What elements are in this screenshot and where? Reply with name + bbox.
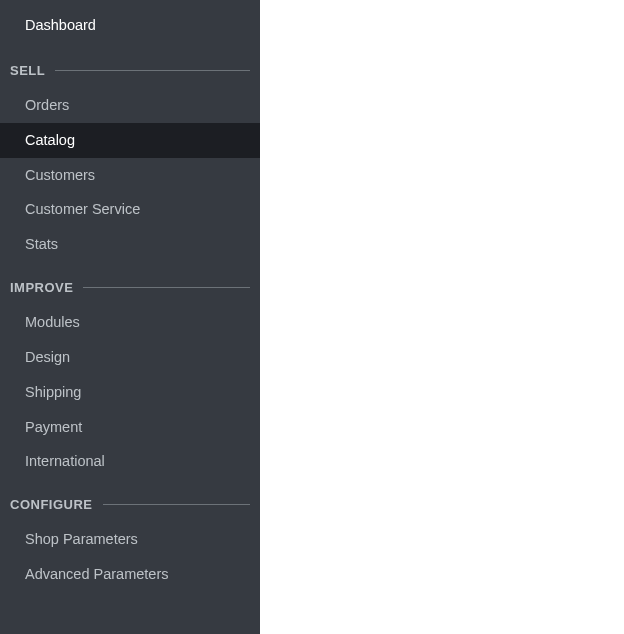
divider-line [103,504,251,505]
sidebar-section-title: CONFIGURE [10,497,93,512]
sidebar-item-customer-service[interactable]: Customer Service [0,192,260,227]
sidebar-section-header-sell: SELL [0,45,260,82]
sidebar-item-orders[interactable]: Orders [0,88,260,123]
sidebar-item-shipping[interactable]: Shipping [0,375,260,410]
sidebar-section-items-improve: Modules Design Shipping Payment Internat… [0,299,260,479]
main-content [260,0,624,634]
divider-line [55,70,250,71]
sidebar-item-stats[interactable]: Stats [0,227,260,262]
sidebar-section-header-configure: CONFIGURE [0,479,260,516]
sidebar-section-items-configure: Shop Parameters Advanced Parameters [0,516,260,592]
sidebar-item-modules[interactable]: Modules [0,305,260,340]
sidebar-section-title: IMPROVE [10,280,73,295]
sidebar-item-payment[interactable]: Payment [0,410,260,445]
sidebar-item-dashboard[interactable]: Dashboard [0,0,260,45]
sidebar-item-catalog[interactable]: Catalog [0,123,260,158]
sidebar-item-design[interactable]: Design [0,340,260,375]
sidebar-item-customers[interactable]: Customers [0,158,260,193]
sidebar-item-international[interactable]: International [0,444,260,479]
divider-line [83,287,250,288]
sidebar-item-shop-parameters[interactable]: Shop Parameters [0,522,260,557]
sidebar-section-title: SELL [10,63,45,78]
sidebar-section-items-sell: Orders Catalog Customers Customer Servic… [0,82,260,262]
sidebar: Dashboard SELL Orders Catalog Customers … [0,0,260,634]
sidebar-item-advanced-parameters[interactable]: Advanced Parameters [0,557,260,592]
sidebar-section-header-improve: IMPROVE [0,262,260,299]
